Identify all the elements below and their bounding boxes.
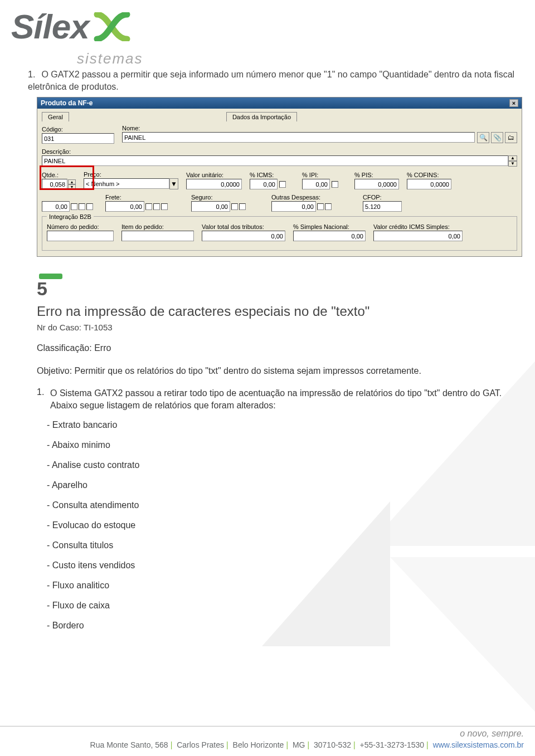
case-value: TI-1053	[84, 323, 113, 332]
footer-phone: +55-31-3273-1530	[359, 740, 424, 749]
descricao-input[interactable]	[42, 155, 508, 166]
case-line: Nr do Caso: TI-1053	[37, 323, 524, 332]
chk-a[interactable]	[71, 203, 77, 210]
class-line: Classificação: Erro	[37, 342, 524, 354]
section2-item1: 1. O Sistema GATX2 passou a retirar todo…	[37, 387, 524, 412]
scroll-up-icon[interactable]: ▲	[508, 155, 517, 161]
list-item: Abaixo minimo	[47, 440, 524, 450]
chk-o2[interactable]	[325, 203, 332, 210]
chk-s1[interactable]	[231, 203, 238, 210]
list-item: Bordero	[47, 621, 524, 631]
label-num-pedido: Número do pedido:	[47, 223, 114, 230]
scroll-down-icon[interactable]: ▼	[508, 161, 517, 167]
cofins-input[interactable]	[407, 179, 451, 189]
footer-city: Belo Horizonte	[233, 740, 284, 749]
tab-geral[interactable]: Geral	[42, 112, 69, 121]
label-nome: Nome:	[122, 125, 517, 131]
chk-c[interactable]	[86, 203, 93, 210]
section-5-icon: 5	[37, 274, 64, 298]
chk-f3[interactable]	[161, 203, 168, 210]
label-valor-tributos: Valor total dos tributos:	[202, 223, 285, 230]
case-label: Nr do Caso:	[37, 323, 81, 332]
chk-b[interactable]	[79, 203, 85, 210]
footer-street: Rua Monte Santo, 568	[90, 740, 168, 749]
b2b-legend: Integração B2B	[47, 213, 94, 220]
label-icms: % ICMS:	[250, 172, 294, 178]
label-pis: % PIS:	[354, 172, 399, 178]
list-item: Consulta atendimento	[47, 500, 524, 510]
section2-item1-text: O Sistema GATX2 passou a retirar todo ti…	[50, 387, 524, 412]
window-titlebar: Produto da NF-e ×	[37, 97, 522, 109]
ipi-checkbox[interactable]	[332, 181, 338, 188]
item1-paragraph: 1. O GATX2 passou a permitir que seja in…	[28, 69, 524, 92]
desconto-input[interactable]	[42, 201, 70, 212]
list-item: Aparelho	[47, 480, 524, 490]
chk-o1[interactable]	[317, 203, 324, 210]
brand-logo: Sílex sistemas	[11, 7, 524, 46]
label-descricao: Descrição:	[42, 148, 517, 155]
close-icon[interactable]: ×	[509, 99, 518, 107]
label-simples: % Simples Nacional:	[293, 223, 366, 230]
preco-select[interactable]	[84, 178, 169, 189]
label-item-pedido: Item do pedido:	[121, 223, 194, 230]
footer-site[interactable]: www.silexsistemas.com.br	[433, 740, 524, 749]
ipi-input[interactable]	[302, 179, 330, 189]
num-pedido-input[interactable]	[47, 231, 114, 241]
card-icon[interactable]: 🗂	[505, 132, 517, 143]
label-cofins: % COFINS:	[407, 172, 451, 178]
search-icon[interactable]: 🔍	[477, 132, 489, 143]
chevron-down-icon[interactable]: ▼	[169, 178, 178, 189]
label-credito-icms: Valor crédito ICMS Simples:	[373, 223, 463, 230]
qtde-input[interactable]	[42, 179, 67, 189]
nome-input[interactable]	[122, 132, 475, 143]
label-valor-unitario: Valor unitário:	[186, 172, 242, 178]
window-title: Produto da NF-e	[41, 99, 93, 107]
list-item: Consulta titulos	[47, 540, 524, 550]
attach-icon[interactable]: 📎	[491, 132, 503, 143]
label-ipi: % IPI:	[302, 172, 347, 178]
section2-title: Erro na impressão de caracteres especiai…	[37, 304, 524, 319]
class-value: Erro	[94, 343, 111, 353]
simples-input[interactable]	[293, 231, 366, 241]
spin-up-icon[interactable]: ▲	[68, 179, 76, 184]
report-list: Extrato bancario Abaixo minimo Analise c…	[47, 420, 524, 631]
list-item: Fluxo de caixa	[47, 601, 524, 611]
nfe-product-window: Produto da NF-e × Geral Dados da Importa…	[37, 97, 522, 257]
label-frete: Frete:	[105, 194, 183, 201]
tab-importacao[interactable]: Dados da Importação	[226, 112, 297, 121]
list-item: Custo itens vendidos	[47, 560, 524, 570]
label-cfop: CFOP:	[363, 194, 402, 201]
icms-input[interactable]	[250, 179, 278, 189]
objetivo-text: Objetivo: Permitir que os relatórios do …	[37, 365, 524, 377]
brand-sub: sistemas	[77, 50, 143, 67]
seguro-input[interactable]	[191, 201, 230, 212]
list-item: Evolucao do estoque	[47, 520, 524, 530]
list-item: Analise custo contrato	[47, 460, 524, 470]
frete-input[interactable]	[105, 201, 144, 212]
credito-icms-input[interactable]	[373, 231, 463, 241]
valor-unitario-input[interactable]	[186, 179, 242, 189]
chk-s2[interactable]	[239, 203, 246, 210]
footer-bairro: Carlos Prates	[177, 740, 224, 749]
brand-mark-icon	[93, 12, 132, 41]
pis-input[interactable]	[354, 179, 399, 189]
list-item: Fluxo analitico	[47, 581, 524, 591]
codigo-input[interactable]	[42, 133, 114, 144]
label-preco: Preço:	[84, 171, 178, 178]
icms-checkbox[interactable]	[279, 181, 286, 188]
brand-name: Sílex	[11, 7, 89, 46]
page-footer: o novo, sempre. Rua Monte Santo, 568| Ca…	[0, 726, 535, 749]
item1-number: 1.	[28, 69, 39, 81]
outras-input[interactable]	[271, 201, 316, 212]
section2-item1-num: 1.	[37, 387, 44, 397]
item-pedido-input[interactable]	[121, 231, 194, 241]
label-qtde: Qtde.:	[42, 172, 76, 178]
chk-f2[interactable]	[153, 203, 160, 210]
label-seguro: Seguro:	[191, 194, 264, 201]
item1-text: O GATX2 passou a permitir que seja infor…	[28, 70, 514, 91]
footer-zip: 30710-532	[314, 740, 351, 749]
spin-down-icon[interactable]: ▼	[68, 184, 76, 189]
chk-f1[interactable]	[145, 203, 152, 210]
cfop-input[interactable]	[363, 201, 402, 212]
valor-tributos-input[interactable]	[202, 231, 285, 241]
